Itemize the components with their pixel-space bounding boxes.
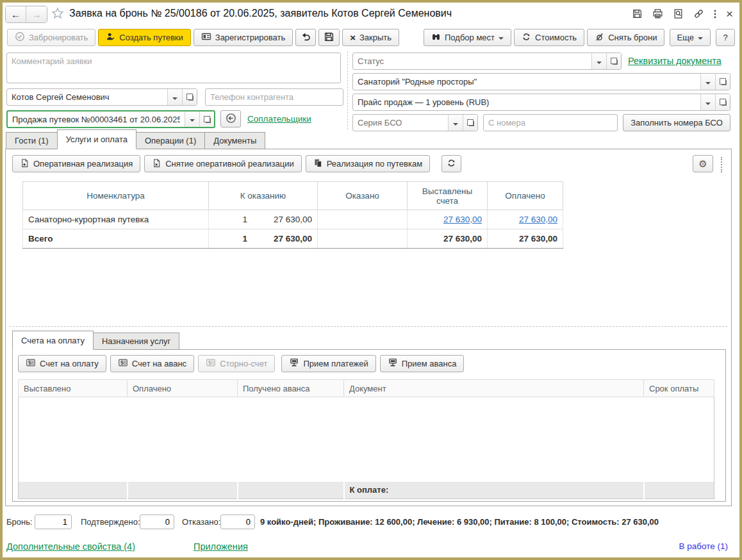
bron-count-input[interactable] [35, 515, 72, 529]
price-open-button[interactable] [715, 94, 730, 110]
dollar-document-icon: $ [118, 358, 128, 370]
caret-down-icon [705, 103, 711, 108]
status-open-button[interactable] [606, 53, 621, 69]
splitter-handle[interactable] [721, 157, 722, 172]
fill-bso-numbers-button[interactable]: Заполнить номера БСО [623, 114, 730, 131]
col-issued[interactable]: Выставлено [19, 380, 128, 397]
check-circle-icon [15, 31, 25, 44]
back-circle-button[interactable] [220, 110, 241, 128]
cancel-operative-realization-button[interactable]: Снятие оперативной реализации [144, 155, 301, 172]
floppy-icon [324, 31, 334, 44]
payments-tabbar: Счета на оплату Назначения услуг [12, 331, 179, 350]
document-requisites-link[interactable]: Реквизиты документа [628, 56, 721, 66]
caret-down-icon [453, 123, 458, 128]
col-advance-received[interactable]: Получено аванса [238, 380, 344, 397]
services-toolbar: Оперативная реализация Снятие оперативно… [12, 155, 461, 172]
operative-realization-button[interactable]: Оперативная реализация [12, 155, 140, 172]
services-table-row[interactable]: Санаторно-курортная путевка 1 27 630,00 … [23, 210, 563, 229]
sale-document-open-button[interactable] [199, 111, 214, 127]
confirmed-count-input[interactable] [140, 515, 174, 529]
binoculars-icon [431, 32, 441, 44]
dollar-document-icon: $ [26, 358, 36, 370]
additional-properties-link[interactable]: Дополнительные свойства (4) [6, 541, 135, 552]
unbook-button[interactable]: Снять брони [587, 29, 664, 46]
bso-series-open-button[interactable] [463, 115, 477, 131]
book-button[interactable]: Забронировать [7, 29, 95, 46]
tab-service-assignments[interactable]: Назначения услуг [93, 333, 179, 350]
invoices-table-empty-body[interactable] [19, 397, 714, 482]
more-button[interactable]: Еще [670, 29, 711, 46]
save-record-button[interactable] [318, 29, 340, 46]
bso-series-combo [352, 114, 478, 131]
print-icon[interactable] [652, 8, 663, 19]
close-button[interactable]: × Закрыть [342, 29, 399, 46]
advance-invoice-button[interactable]: $ Счет на аванс [110, 355, 194, 372]
attachments-link[interactable]: Приложения [194, 541, 248, 552]
paid-amount-link[interactable]: 27 630,00 [519, 215, 557, 224]
invoice-button[interactable]: $ Счет на оплату [18, 355, 106, 372]
preview-icon[interactable] [673, 8, 684, 19]
sanatorium-dropdown-button[interactable] [700, 74, 715, 90]
copayers-link[interactable]: Соплательщики [247, 114, 311, 124]
client-open-button[interactable] [182, 89, 197, 105]
client-dropdown-button[interactable] [167, 89, 182, 105]
refresh-button[interactable] [441, 155, 461, 172]
sale-document-input[interactable] [8, 111, 185, 127]
services-table-total-row: Всего 1 27 630,00 27 630,00 27 630,00 [23, 229, 563, 249]
rejected-count-input[interactable] [220, 515, 255, 529]
col-paid[interactable]: Оплачено [128, 380, 238, 397]
in-work-link[interactable]: В работе (1) [679, 541, 728, 551]
close-icon[interactable]: × [726, 9, 733, 19]
sale-document-dropdown-button[interactable] [185, 111, 199, 127]
from-number-input[interactable] [483, 114, 618, 131]
sanatorium-input[interactable] [353, 74, 700, 90]
back-button[interactable]: ← [6, 6, 26, 22]
undo-button[interactable] [295, 29, 316, 46]
col-document[interactable]: Документ [344, 380, 644, 397]
price-dropdown-button[interactable] [700, 94, 715, 110]
more-menu-icon[interactable] [714, 9, 716, 19]
col-invoiced[interactable]: Выставлены счета [408, 182, 488, 210]
invoiced-amount-link[interactable]: 27 630,00 [443, 215, 482, 224]
total-qty: 1 [214, 234, 247, 243]
tab-operations[interactable]: Операции (1) [136, 132, 205, 149]
tab-guests[interactable]: Гости (1) [6, 132, 58, 149]
col-to-provide[interactable]: К оказанию [209, 182, 318, 210]
client-input[interactable] [7, 89, 167, 105]
tab-services-payment[interactable]: Услуги и оплата [57, 129, 136, 149]
col-paid[interactable]: Оплачено [488, 182, 563, 210]
accept-payments-button[interactable]: Прием платежей [281, 355, 375, 372]
create-vouchers-button[interactable]: Создать путевки [98, 29, 190, 46]
bso-series-input[interactable] [353, 115, 448, 131]
price-input[interactable] [353, 94, 700, 110]
forward-button[interactable]: → [26, 6, 47, 22]
tab-invoices[interactable]: Счета на оплату [12, 331, 94, 350]
storno-invoice-button[interactable]: $ Сторно-счет [198, 355, 275, 372]
tab-documents[interactable]: Документы [204, 132, 265, 149]
accept-advance-button[interactable]: Прием аванса [380, 355, 465, 372]
register-button[interactable]: Зарегистрировать [194, 29, 293, 46]
col-provided[interactable]: Оказано [318, 182, 408, 210]
status-dropdown-button[interactable] [591, 53, 606, 69]
status-input[interactable] [353, 53, 591, 69]
status-row: Бронь: Подтверждено: Отказано: 9 койко-д… [3, 511, 739, 532]
seat-selection-button[interactable]: Подбор мест [424, 29, 511, 46]
save-icon[interactable] [632, 8, 643, 19]
open-field-icon [188, 95, 194, 101]
refresh-icon [447, 158, 456, 170]
settings-gear-button[interactable]: ⚙ [693, 155, 713, 172]
col-due-date[interactable]: Срок оплаты [644, 380, 714, 397]
comment-input[interactable] [6, 53, 341, 83]
col-nomenclature[interactable]: Номенклатура [23, 182, 209, 210]
link-icon[interactable] [693, 8, 704, 19]
cost-button[interactable]: Стоимость [514, 29, 584, 46]
realization-by-vouchers-button[interactable]: Реализация по путевкам [306, 155, 430, 172]
cell-nomenclature: Санаторно-курортная путевка [23, 210, 209, 229]
phone-input[interactable] [205, 88, 343, 106]
open-field-icon [721, 101, 727, 106]
help-button[interactable]: ? [716, 29, 735, 46]
bso-series-dropdown-button[interactable] [448, 115, 463, 131]
favorite-star-icon[interactable] [51, 7, 64, 22]
slash-circle-icon [595, 32, 604, 44]
sanatorium-open-button[interactable] [715, 74, 730, 90]
